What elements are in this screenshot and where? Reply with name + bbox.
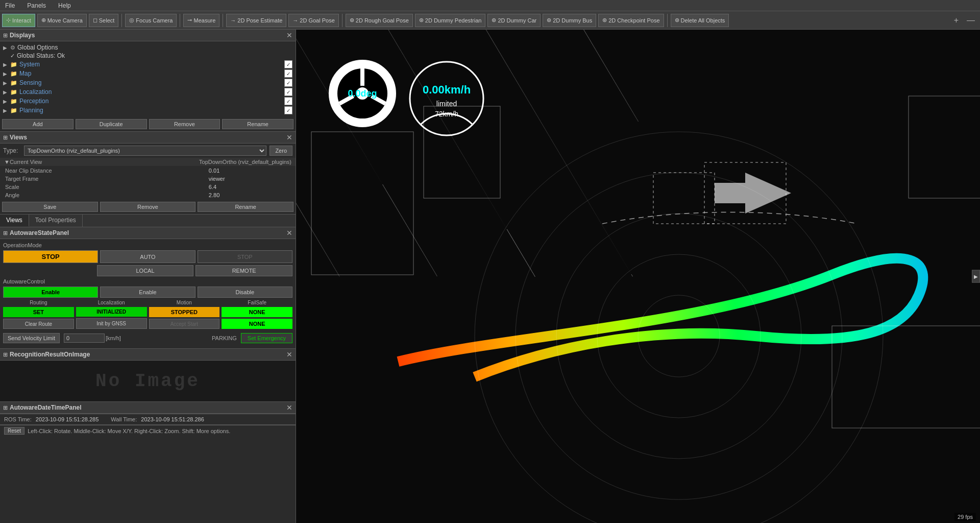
tree-item-perception[interactable]: ▶ 📁 Perception — [0, 97, 296, 106]
map-checkbox[interactable] — [284, 69, 292, 78]
datetime-close-button[interactable]: ✕ — [286, 403, 292, 412]
interact-label: Interact — [12, 17, 31, 23]
clear-route-button[interactable]: Clear Route — [3, 319, 74, 329]
tree-item-localization[interactable]: ▶ 📁 Localization — [0, 87, 296, 97]
reset-button[interactable]: Reset — [4, 427, 24, 435]
2d-goal-button[interactable]: → 2D Goal Pose — [288, 14, 338, 27]
checkpoint-button[interactable]: ⊛ 2D Checkpoint Pose — [598, 14, 664, 27]
rename-button[interactable]: Rename — [222, 119, 293, 129]
pose-icon: → — [230, 17, 236, 23]
sensing-checkbox[interactable] — [284, 79, 292, 87]
cursor-icon: ⊹ — [6, 17, 11, 23]
enable-active-button[interactable]: Enable — [3, 287, 98, 298]
duplicate-button[interactable]: Duplicate — [76, 119, 147, 129]
checkpoint-label: 2D Checkpoint Pose — [608, 17, 659, 23]
left-panel: ⊞ Displays ✕ ▶ ⚙ Global Options ✓ Global… — [0, 30, 296, 523]
rough-goal-button[interactable]: ⊛ 2D Rough Goal Pose — [346, 14, 413, 27]
set-emergency-button[interactable]: Set Emergency — [241, 333, 292, 343]
toolbar-plus-icon[interactable]: + — [951, 16, 962, 25]
toolbar-separator-5 — [667, 14, 668, 27]
menu-file[interactable]: File — [2, 1, 18, 10]
views-rename-button[interactable]: Rename — [198, 202, 293, 212]
autoware-panel-content: OperationMode STOP AUTO STOP LOCAL REMOT… — [0, 239, 296, 348]
autoware-state-close-button[interactable]: ✕ — [286, 229, 292, 237]
system-checkbox[interactable] — [284, 60, 292, 68]
tree-label-perception: Perception — [19, 98, 152, 105]
send-velocity-button[interactable]: Send Velocity Limit — [3, 333, 60, 343]
tab-views[interactable]: Views — [0, 215, 29, 227]
views-save-button[interactable]: Save — [2, 202, 98, 212]
2d-pose-label: 2D Pose Estimate — [237, 17, 282, 23]
local-button[interactable]: LOCAL — [97, 265, 194, 276]
stop-button[interactable]: STOP — [3, 250, 98, 263]
tree-item-map[interactable]: ▶ 📁 Map — [0, 69, 296, 78]
2d-pose-button[interactable]: → 2D Pose Estimate — [226, 14, 286, 27]
tree-item-global-options[interactable]: ▶ ⚙ Global Options — [0, 43, 296, 52]
measure-button[interactable]: ⊸ Measure — [183, 14, 219, 27]
tree-item-sensing[interactable]: ▶ 📁 Sensing — [0, 78, 296, 87]
focus-camera-button[interactable]: ◎ Focus Camera — [125, 14, 177, 27]
rough-goal-label: 2D Rough Goal Pose — [356, 17, 409, 23]
localization-checkbox[interactable] — [284, 88, 292, 96]
views-zero-button[interactable]: Zero — [270, 146, 292, 156]
recognition-close-button[interactable]: ✕ — [286, 350, 292, 359]
init-gnss-button[interactable]: Init by GNSS — [76, 318, 147, 329]
views-remove-button[interactable]: Remove — [100, 202, 196, 212]
interact-button[interactable]: ⊹ Interact — [2, 14, 35, 27]
toolbar-minus-icon[interactable]: — — [964, 16, 978, 25]
motion-col-label: Motion — [149, 300, 220, 305]
speed-display-overlay: 0.00km/h limited 72km/h — [406, 58, 487, 144]
gear-input-wrap: [km/h] — [64, 334, 121, 343]
views-btn-row: Save Remove Rename — [0, 200, 296, 214]
control-btn-row: Enable Enable Disable — [3, 287, 292, 298]
dummy-bus-button[interactable]: ⊛ 2D Dummy Bus — [543, 14, 596, 27]
localization-col-label: Localization — [76, 300, 147, 305]
tree-item-planning[interactable]: ▶ 📁 Planning — [0, 106, 296, 115]
angle-value: 2.80 — [205, 192, 295, 199]
svg-text:0.0deg: 0.0deg — [348, 88, 377, 99]
displays-close-button[interactable]: ✕ — [286, 31, 292, 39]
routing-status-badge: SET — [3, 307, 74, 317]
planning-checkbox[interactable] — [284, 106, 292, 114]
tree-arrow-localization: ▶ — [3, 89, 10, 95]
views-close-button[interactable]: ✕ — [286, 133, 292, 141]
delete-icon: ⊛ — [675, 17, 679, 23]
dummy-pedestrian-button[interactable]: ⊛ 2D Dummy Pedestrian — [415, 14, 486, 27]
dummy-bus-label: 2D Dummy Bus — [553, 17, 592, 23]
tree-item-system[interactable]: ▶ 📁 System — [0, 60, 296, 69]
tab-tool-properties[interactable]: Tool Properties — [29, 215, 83, 227]
menu-help[interactable]: Help — [55, 1, 74, 10]
views-type-select[interactable]: TopDownOrtho (rviz_default_plugins) — [24, 146, 266, 156]
tree-item-global-status[interactable]: ✓ Global Status: Ok — [0, 52, 296, 60]
current-view-section: ▼ Current View TopDownOrtho (rviz_defaul… — [0, 158, 296, 200]
toolbar-separator-2 — [180, 14, 180, 27]
move-camera-button[interactable]: ⊕ Move Camera — [37, 14, 87, 27]
op-mode-row-1: STOP AUTO STOP — [3, 250, 292, 263]
perception-checkbox[interactable] — [284, 97, 292, 105]
localization-col: Localization INITIALIZED Init by GNSS — [76, 300, 147, 329]
motion-status-badge: STOPPED — [149, 307, 220, 317]
menu-panels[interactable]: Panels — [24, 1, 49, 10]
tree-label-map: Map — [19, 70, 152, 77]
auto-button[interactable]: AUTO — [100, 250, 195, 263]
remove-button[interactable]: Remove — [149, 119, 220, 129]
velocity-input[interactable] — [64, 334, 105, 343]
status-bar-hint: Left-Click: Rotate. Middle-Click: Move X… — [28, 428, 230, 434]
enable-disabled-button: Enable — [100, 287, 195, 298]
measure-label: Measure — [193, 17, 215, 23]
remote-button[interactable]: REMOTE — [195, 265, 292, 276]
op-mode-row-2: LOCAL REMOTE — [3, 265, 292, 276]
dummy-car-button[interactable]: ⊛ 2D Dummy Car — [487, 14, 541, 27]
displays-icon: ⊞ — [3, 32, 8, 39]
select-button[interactable]: ◻ Select — [89, 14, 119, 27]
delete-all-button[interactable]: ⊛ Delete All Objects — [671, 14, 729, 27]
folder-map-icon: 📁 — [10, 70, 17, 77]
expand-panel-button[interactable]: ▶ — [972, 270, 980, 283]
menu-bar: File Panels Help — [0, 0, 980, 11]
map-view[interactable]: 0.0deg 0.00km/h limited 72km/h 29 fps ▶ — [296, 30, 980, 523]
add-button[interactable]: Add — [2, 119, 74, 129]
tab-bar: Views Tool Properties — [0, 215, 296, 227]
scale-value: 6.4 — [205, 183, 295, 191]
displays-btn-row: Add Duplicate Remove Rename — [0, 117, 296, 131]
disable-button[interactable]: Disable — [198, 287, 292, 298]
